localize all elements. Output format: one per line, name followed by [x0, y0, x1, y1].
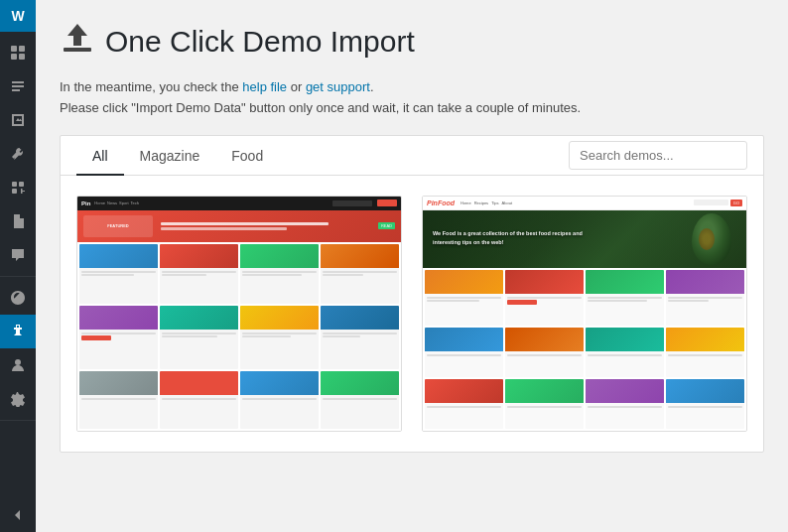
- svg-rect-3: [19, 54, 25, 60]
- svg-rect-9: [64, 48, 91, 52]
- pinfood-card-footer: PinFood Preview Import: [423, 431, 746, 432]
- svg-point-7: [15, 359, 21, 365]
- pinfood-preview: PinFood Home Recipes Tips About GO: [423, 197, 746, 431]
- pin-card-footer: Pin Preview Import: [77, 431, 401, 432]
- sidebar-item-blocks[interactable]: [0, 171, 36, 204]
- svg-rect-1: [19, 46, 25, 52]
- svg-rect-4: [12, 182, 17, 187]
- upload-icon: [60, 20, 95, 64]
- get-support-link[interactable]: get support: [306, 79, 370, 94]
- sidebar: W: [0, 0, 36, 532]
- demo-card-pin: Pin Home News Sport Tech FEATURE: [76, 196, 402, 432]
- sidebar-item-users[interactable]: [0, 348, 36, 382]
- info-line1-prefix: In the meantime, you check the: [60, 79, 242, 94]
- info-line2: Please click "Import Demo Data" button o…: [60, 100, 581, 115]
- sidebar-item-collapse[interactable]: [0, 498, 36, 532]
- sidebar-item-tools[interactable]: [0, 137, 36, 171]
- wp-logo[interactable]: W: [0, 0, 36, 32]
- info-line1-middle: or: [287, 79, 306, 94]
- svg-rect-5: [19, 182, 24, 187]
- info-line1-suffix: .: [370, 79, 374, 94]
- svg-rect-0: [11, 46, 17, 52]
- svg-rect-6: [12, 189, 17, 194]
- sidebar-item-comments[interactable]: [0, 238, 36, 272]
- info-text: In the meantime, you check the help file…: [60, 77, 764, 119]
- sidebar-item-settings[interactable]: [0, 382, 36, 416]
- sidebar-item-media[interactable]: [0, 103, 36, 137]
- tabs-row: All Magazine Food: [61, 136, 763, 176]
- pin-preview: Pin Home News Sport Tech FEATURE: [77, 197, 401, 431]
- tab-food[interactable]: Food: [215, 136, 279, 176]
- demo-grid: Pin Home News Sport Tech FEATURE: [61, 176, 763, 452]
- help-file-link[interactable]: help file: [242, 79, 287, 94]
- svg-rect-2: [11, 54, 17, 60]
- sidebar-item-pages[interactable]: [0, 204, 36, 238]
- page-title: One Click Demo Import: [105, 27, 415, 57]
- demo-card-pinfood: PinFood Home Recipes Tips About GO: [422, 196, 747, 432]
- page-title-container: One Click Demo Import: [60, 20, 764, 64]
- tab-all[interactable]: All: [76, 136, 124, 176]
- sidebar-item-appearance[interactable]: [0, 281, 36, 315]
- sidebar-item-plugins[interactable]: [0, 315, 36, 348]
- sidebar-item-posts[interactable]: [0, 69, 36, 103]
- tabs: All Magazine Food: [76, 136, 279, 175]
- main-content: One Click Demo Import In the meantime, y…: [36, 0, 788, 532]
- tab-magazine[interactable]: Magazine: [124, 136, 216, 176]
- demo-panel: All Magazine Food Pin Home News Sport: [60, 135, 764, 453]
- sidebar-item-dashboard[interactable]: [0, 36, 36, 69]
- search-input[interactable]: [569, 141, 747, 170]
